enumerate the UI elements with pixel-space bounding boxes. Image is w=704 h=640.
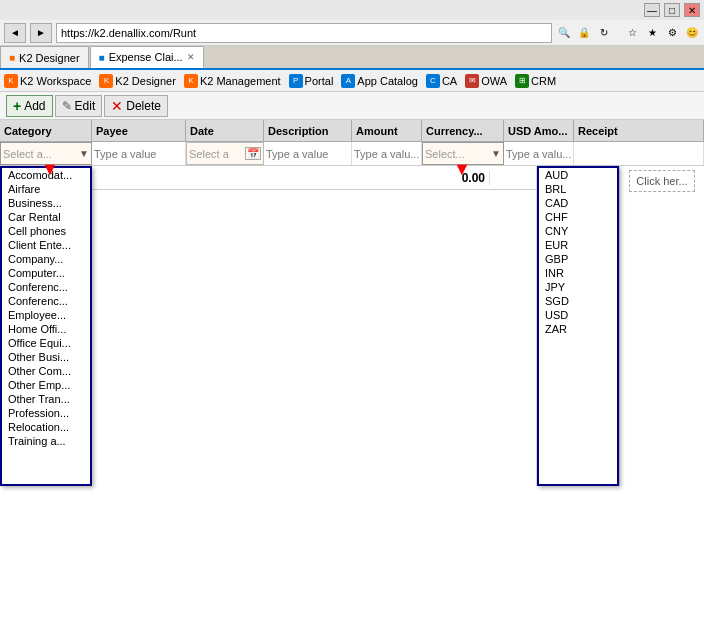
refresh-icon[interactable]: ↻ [596, 25, 612, 41]
category-option-12[interactable]: Office Equi... [2, 336, 90, 350]
currency-option-brl[interactable]: BRL [539, 182, 617, 196]
category-option-16[interactable]: Other Tran... [2, 392, 90, 406]
appcatalog-label: App Catalog [357, 75, 418, 87]
amount-cell[interactable] [352, 142, 422, 165]
currency-select[interactable]: Select... ▼ [423, 148, 503, 160]
payee-input[interactable] [92, 142, 185, 165]
bookmark-k2management[interactable]: K K2 Management [184, 74, 281, 88]
currency-cell[interactable]: Select... ▼ ▼ [422, 142, 504, 165]
currency-option-cny[interactable]: CNY [539, 224, 617, 238]
bookmark-appcatalog[interactable]: A App Catalog [341, 74, 418, 88]
user-icon[interactable]: 😊 [684, 25, 700, 41]
address-bar[interactable]: https://k2.denallix.com/Runt [56, 23, 552, 43]
currency-option-cad[interactable]: CAD [539, 196, 617, 210]
bookmark-crm[interactable]: ⊞ CRM [515, 74, 556, 88]
add-button[interactable]: + Add [6, 95, 53, 117]
lock-icon[interactable]: 🔒 [576, 25, 592, 41]
category-select[interactable]: Select a... ▼ [1, 148, 91, 160]
grid-input-row: Select a... ▼ ▼ Select a 📅 Select... ▼ [0, 142, 704, 166]
crm-icon: ⊞ [515, 74, 529, 88]
date-cell[interactable]: Select a 📅 [186, 142, 264, 165]
favorites-icon[interactable]: ☆ [624, 25, 640, 41]
bookmark-k2designer[interactable]: K K2 Designer [99, 74, 176, 88]
category-option-0[interactable]: Accomodat... [2, 168, 90, 182]
col-header-usdamt: USD Amo... [504, 120, 574, 141]
delete-button[interactable]: ✕ Delete [104, 95, 168, 117]
category-option-2[interactable]: Business... [2, 196, 90, 210]
category-option-18[interactable]: Relocation... [2, 420, 90, 434]
category-option-11[interactable]: Home Offi... [2, 322, 90, 336]
col-header-date: Date [186, 120, 264, 141]
currency-option-gbp[interactable]: GBP [539, 252, 617, 266]
bookmarks-bar: K K2 Workspace K K2 Designer K K2 Manage… [0, 70, 704, 92]
minimize-button[interactable]: — [644, 3, 660, 17]
k2management-label: K2 Management [200, 75, 281, 87]
description-input[interactable] [264, 142, 351, 165]
bookmark-owa[interactable]: ✉ OWA [465, 74, 507, 88]
currency-option-zar[interactable]: ZAR [539, 322, 617, 336]
category-option-15[interactable]: Other Emp... [2, 378, 90, 392]
payee-cell[interactable] [92, 142, 186, 165]
currency-dropdown-arrow: ▼ [491, 148, 501, 159]
usdamt-input[interactable] [504, 142, 573, 165]
edit-button[interactable]: ✎ Edit [55, 95, 103, 117]
back-button[interactable]: ◄ [4, 23, 26, 43]
col-header-description: Description [264, 120, 352, 141]
tab-k2designer[interactable]: ■ K2 Designer [0, 46, 89, 68]
currency-dropdown[interactable]: AUD BRL CAD CHF CNY EUR GBP INR JPY SGD … [537, 166, 619, 486]
tab-expenseclaim[interactable]: ■ Expense Clai... ✕ [90, 46, 204, 68]
col-header-currency: Currency... [422, 120, 504, 141]
col-header-category: Category [0, 120, 92, 141]
category-option-1[interactable]: Airfare [2, 182, 90, 196]
usdamt-cell[interactable] [504, 142, 574, 165]
amount-input[interactable] [352, 142, 421, 165]
currency-option-chf[interactable]: CHF [539, 210, 617, 224]
category-dropdown[interactable]: Accomodat... Airfare Business... Car Ren… [0, 166, 92, 486]
category-cell[interactable]: Select a... ▼ ▼ [0, 142, 92, 165]
delete-icon: ✕ [111, 98, 123, 114]
date-placeholder: Select a [189, 148, 229, 160]
col-header-payee: Payee [92, 120, 186, 141]
bookmark-ca[interactable]: C CA [426, 74, 457, 88]
receipt-cell[interactable] [574, 142, 704, 165]
maximize-button[interactable]: □ [664, 3, 680, 17]
category-option-13[interactable]: Other Busi... [2, 350, 90, 364]
settings-icon[interactable]: ⚙ [664, 25, 680, 41]
category-option-9[interactable]: Conferenc... [2, 294, 90, 308]
close-button[interactable]: ✕ [684, 3, 700, 17]
search-icon[interactable]: 🔍 [556, 25, 572, 41]
starred-icon[interactable]: ★ [644, 25, 660, 41]
ca-icon: C [426, 74, 440, 88]
category-option-3[interactable]: Car Rental [2, 210, 90, 224]
category-option-17[interactable]: Profession... [2, 406, 90, 420]
receipt-click-here[interactable]: Click her... [629, 170, 694, 192]
category-option-5[interactable]: Client Ente... [2, 238, 90, 252]
category-option-6[interactable]: Company... [2, 252, 90, 266]
date-select[interactable]: Select a 📅 [187, 147, 263, 160]
currency-option-aud[interactable]: AUD [539, 168, 617, 182]
category-option-14[interactable]: Other Com... [2, 364, 90, 378]
category-option-8[interactable]: Conferenc... [2, 280, 90, 294]
currency-option-usd[interactable]: USD [539, 308, 617, 322]
date-picker-icon[interactable]: 📅 [245, 147, 261, 160]
currency-option-jpy[interactable]: JPY [539, 280, 617, 294]
bookmark-k2workspace[interactable]: K K2 Workspace [4, 74, 91, 88]
category-option-4[interactable]: Cell phones [2, 224, 90, 238]
middle-spacer: 0.00 [92, 166, 537, 486]
description-cell[interactable] [264, 142, 352, 165]
category-option-7[interactable]: Computer... [2, 266, 90, 280]
receipt-area[interactable]: Click her... [619, 166, 704, 486]
category-option-10[interactable]: Employee... [2, 308, 90, 322]
k2workspace-label: K2 Workspace [20, 75, 91, 87]
currency-option-sgd[interactable]: SGD [539, 294, 617, 308]
appcatalog-icon: A [341, 74, 355, 88]
window-controls[interactable]: — □ ✕ [644, 3, 700, 17]
bookmark-portal[interactable]: P Portal [289, 74, 334, 88]
k2designer-label: K2 Designer [115, 75, 176, 87]
tab-close-icon[interactable]: ✕ [187, 52, 195, 62]
category-option-19[interactable]: Training a... [2, 434, 90, 448]
dropdowns-container: Accomodat... Airfare Business... Car Ren… [0, 166, 704, 486]
currency-option-eur[interactable]: EUR [539, 238, 617, 252]
forward-button[interactable]: ► [30, 23, 52, 43]
currency-option-inr[interactable]: INR [539, 266, 617, 280]
